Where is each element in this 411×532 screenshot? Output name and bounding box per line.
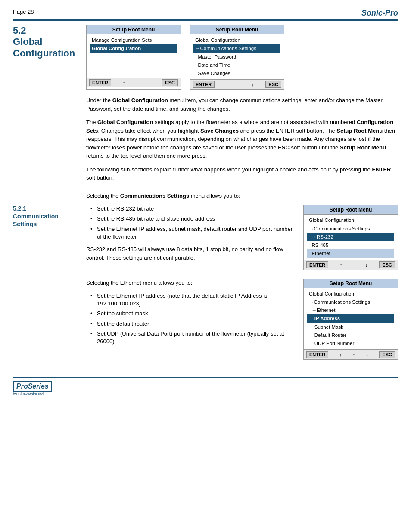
menu3-item-1[interactable]: Global Configuration: [307, 216, 394, 224]
menu-box-2-title: Setup Root Menu: [190, 25, 284, 34]
sidebar-521: 5.2.1 Communication Settings: [13, 192, 86, 360]
menu1-enter-btn[interactable]: ENTER: [89, 79, 111, 86]
section-52-title1: Global: [13, 36, 82, 47]
section-521-main: Selecting the Communications Settings me…: [86, 192, 398, 360]
menu-box-2-body: Global Configuration →Communications Set…: [190, 34, 284, 79]
menu-box-3-footer: ENTER ↑ ↓ ESC: [304, 260, 398, 270]
section-52-number: 5.2: [13, 25, 82, 36]
bullet-1-1: Set the RS-232 bit rate: [90, 205, 295, 213]
bullet-2-3: Set the default router: [90, 320, 295, 328]
para-3: The following sub-sections explain furth…: [86, 165, 398, 182]
ethernet-right: Setup Root Menu Global Configuration →Co…: [303, 279, 398, 360]
menu4-item-3[interactable]: →Ethernet: [307, 306, 394, 314]
section-52-title2: Configuration: [13, 48, 82, 59]
menu-box-4-footer: ENTER ↑ ↑ ↓ ESC: [304, 349, 398, 359]
menu4-item-1[interactable]: Global Configuration: [307, 290, 394, 298]
menu4-enter-btn[interactable]: ENTER: [306, 351, 328, 358]
comms-settings-cols: Set the RS-232 bit rate Set the RS-485 b…: [86, 205, 398, 270]
menu-box-4-body: Global Configuration →Communications Set…: [304, 288, 398, 350]
section-52-heading: 5.2 Global Configuration: [13, 25, 82, 59]
comms-settings-left: Set the RS-232 bit rate Set the RS-485 b…: [86, 205, 295, 267]
menu4-item-2[interactable]: →Communications Settings: [307, 298, 394, 306]
page-header: Page 28 Sonic-Pro: [13, 9, 398, 21]
menu4-item-4[interactable]: IP Address: [307, 314, 394, 323]
bullet-2-1: Set the Ethernet IP address (note that t…: [90, 292, 295, 308]
menu2-down-arrow[interactable]: ↓: [252, 82, 254, 87]
section-521-title1: Communication: [13, 213, 59, 220]
menu3-item-5[interactable]: Ethernet: [307, 249, 394, 258]
menu3-down-arrow[interactable]: ↓: [365, 262, 368, 268]
para-4: Selecting the Communications Settings me…: [86, 192, 398, 200]
page-wrapper: Page 28 Sonic-Pro 5.2 Global Configurati…: [0, 0, 411, 532]
menu-row-1: Setup Root Menu Manage Configuration Set…: [86, 25, 398, 90]
menu4-item-7[interactable]: UDP Port Number: [307, 339, 394, 348]
menu2-item-1[interactable]: Global Configuration: [193, 36, 280, 44]
section-521-area: 5.2.1 Communication Settings Selecting t…: [13, 192, 398, 360]
menu2-enter-btn[interactable]: ENTER: [193, 81, 215, 88]
section-52-main: Setup Root Menu Manage Configuration Set…: [86, 25, 398, 187]
menu-box-1-title: Setup Root Menu: [87, 25, 181, 34]
menu-box-3-body: Global Configuration →Communications Set…: [304, 215, 398, 259]
para-6: Selecting the Ethernet menu allows you t…: [86, 279, 295, 287]
menu3-item-2[interactable]: →Communications Settings: [307, 225, 394, 233]
bullets-1: Set the RS-232 bit rate Set the RS-485 b…: [86, 205, 295, 241]
sidebar-52: 5.2 Global Configuration: [13, 25, 86, 187]
comms-settings-right: Setup Root Menu Global Configuration →Co…: [303, 205, 398, 270]
ethernet-section: Selecting the Ethernet menu allows you t…: [86, 279, 398, 360]
menu2-up-arrow[interactable]: ↑: [226, 82, 229, 87]
section-521-number: 5.2.1: [13, 205, 26, 212]
section-52-area: 5.2 Global Configuration Setup Root Menu…: [13, 25, 398, 187]
bullet-1-2: Set the RS-485 bit rate and slave node a…: [90, 215, 295, 223]
logo-text: ProSeries: [13, 381, 52, 392]
para-5: RS-232 and RS-485 will always use 8 data…: [86, 245, 295, 262]
brand-name: Sonic-Pro: [361, 9, 398, 18]
menu-box-3-title: Setup Root Menu: [304, 205, 398, 215]
bullets-2: Set the Ethernet IP address (note that t…: [86, 292, 295, 345]
menu-box-3: Setup Root Menu Global Configuration →Co…: [303, 205, 398, 270]
ethernet-cols: Selecting the Ethernet menu allows you t…: [86, 279, 398, 360]
para-1: Under the Global Configuration menu item…: [86, 96, 398, 113]
menu-box-2: Setup Root Menu Global Configuration →Co…: [190, 25, 284, 90]
menu1-up-arrow[interactable]: ↑: [123, 80, 125, 85]
menu1-esc-btn[interactable]: ESC: [162, 79, 178, 86]
menu-box-4: Setup Root Menu Global Configuration →Co…: [303, 279, 398, 360]
menu1-down-arrow[interactable]: ↓: [148, 80, 151, 85]
menu4-up-arrow[interactable]: ↑: [339, 352, 342, 357]
section-521-title2: Settings: [13, 221, 37, 227]
menu4-item-5[interactable]: Subnet Mask: [307, 323, 394, 331]
menu3-esc-btn[interactable]: ESC: [379, 261, 395, 268]
menu3-enter-btn[interactable]: ENTER: [306, 261, 328, 268]
menu2-item-5[interactable]: Save Changes: [193, 69, 280, 78]
menu-box-1-footer: ENTER ↑ ↓ ESC: [87, 78, 181, 87]
menu-box-1-body: Manage Configuration Sets Global Configu…: [87, 34, 181, 78]
menu2-item-3[interactable]: Master Password: [193, 53, 280, 61]
menu4-mid-arrow[interactable]: ↑: [353, 352, 355, 357]
menu1-item-1[interactable]: Manage Configuration Sets: [90, 36, 177, 44]
section-521-heading: 5.2.1 Communication Settings: [13, 205, 82, 228]
menu3-up-arrow[interactable]: ↑: [340, 262, 342, 268]
menu2-item-4[interactable]: Date and Time: [193, 61, 280, 69]
menu-box-2-footer: ENTER ↑ ↓ ESC: [190, 79, 284, 89]
menu1-item-2[interactable]: Global Configuration: [90, 44, 177, 53]
proseries-logo: ProSeries by Blue-White Ind.: [13, 381, 52, 396]
ethernet-left: Selecting the Ethernet menu allows you t…: [86, 279, 295, 350]
logo-sub: by Blue-White Ind.: [13, 392, 45, 396]
menu4-esc-btn[interactable]: ESC: [379, 351, 395, 358]
menu3-item-4[interactable]: RS-485: [307, 241, 394, 249]
menu-box-1: Setup Root Menu Manage Configuration Set…: [86, 25, 181, 90]
menu3-item-3[interactable]: →RS-232: [307, 233, 394, 241]
menu2-esc-btn[interactable]: ESC: [265, 81, 281, 88]
menu4-item-6[interactable]: Default Router: [307, 331, 394, 339]
bullet-1-3: Set the Ethernet IP address, subnet mask…: [90, 225, 295, 241]
bullet-2-4: Set UDP (Universal Data Port) port numbe…: [90, 330, 295, 345]
page-number: Page 28: [13, 9, 34, 15]
bullet-2-2: Set the subnet mask: [90, 310, 295, 317]
menu-box-4-title: Setup Root Menu: [304, 279, 398, 288]
menu2-item-2[interactable]: →Communications Settings: [193, 44, 280, 53]
menu4-down-arrow[interactable]: ↓: [366, 352, 368, 357]
para-2: The Global Configuration settings apply …: [86, 118, 398, 160]
bottom-area: ProSeries by Blue-White Ind.: [13, 377, 398, 396]
